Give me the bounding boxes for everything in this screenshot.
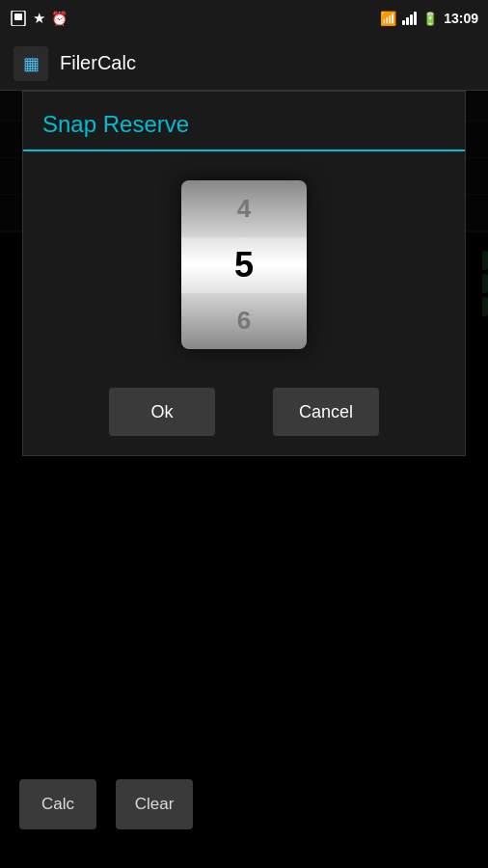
dialog-title-area: Snap Reserve xyxy=(23,92,465,151)
spinner-middle-value: 5 xyxy=(181,237,307,293)
status-bar: ★ ⏰ 📶 🔋 13:09 xyxy=(0,0,488,37)
spinner-container[interactable]: 4 5 6 xyxy=(23,151,465,368)
number-spinner[interactable]: 4 5 6 xyxy=(181,180,307,349)
bluetooth-icon: ★ xyxy=(33,10,45,27)
signal-icon xyxy=(402,12,417,25)
app-icon-symbol: ▦ xyxy=(23,53,40,74)
dialog-buttons: Ok Cancel xyxy=(23,368,465,455)
battery-icon: 🔋 xyxy=(422,12,438,26)
app-icon: ▦ xyxy=(14,46,48,81)
cancel-button[interactable]: Cancel xyxy=(273,388,379,436)
status-right: 📶 🔋 13:09 xyxy=(380,11,478,26)
status-time: 13:09 xyxy=(444,11,478,26)
app-bar: ▦ FilerCalc xyxy=(0,37,488,91)
alarm-icon: ⏰ xyxy=(51,11,68,26)
spinner-top-value: 4 xyxy=(181,181,307,237)
app-title: FilerCalc xyxy=(60,52,136,74)
clear-button[interactable]: Clear xyxy=(116,779,193,829)
calc-button[interactable]: Calc xyxy=(19,779,96,829)
dialog-overlay: Snap Reserve 4 5 6 Ok Cancel xyxy=(0,91,488,868)
status-left-icons: ★ ⏰ xyxy=(10,10,68,27)
ok-button[interactable]: Ok xyxy=(109,388,215,436)
wifi-icon: 📶 xyxy=(380,11,396,26)
snap-reserve-dialog: Snap Reserve 4 5 6 Ok Cancel xyxy=(22,91,466,456)
sim-icon xyxy=(10,11,27,26)
svg-rect-1 xyxy=(14,14,22,20)
dialog-title: Snap Reserve xyxy=(42,111,189,137)
spinner-bottom-value: 6 xyxy=(181,293,307,349)
bottom-bar: Calc Clear xyxy=(0,779,488,829)
